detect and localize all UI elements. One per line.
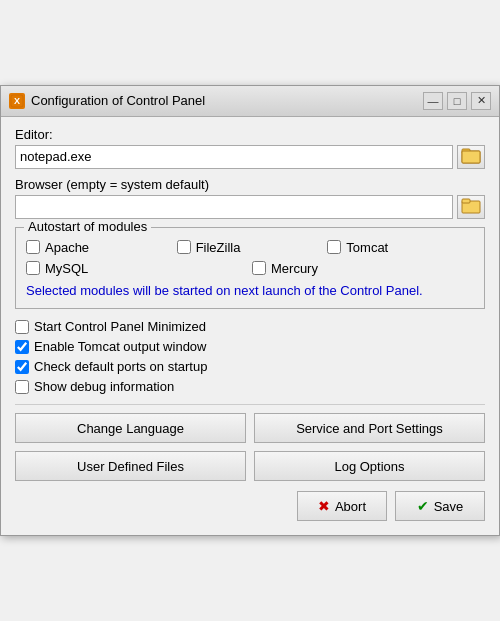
minimize-label[interactable]: Start Control Panel Minimized <box>15 319 485 334</box>
editor-row <box>15 145 485 169</box>
window-title: Configuration of Control Panel <box>31 93 205 108</box>
browser-browse-button[interactable] <box>457 195 485 219</box>
tomcat-label: Tomcat <box>346 240 388 255</box>
mysql-label: MySQL <box>45 261 88 276</box>
abort-label: Abort <box>335 499 366 514</box>
option-default-ports: Check default ports on startup <box>15 359 485 374</box>
action-buttons: Change Language Service and Port Setting… <box>15 413 485 481</box>
window-content: Editor: Browser (empty = system default) <box>1 117 499 535</box>
maximize-button[interactable]: □ <box>447 92 467 110</box>
option-tomcat-output: Enable Tomcat output window <box>15 339 485 354</box>
apache-label: Apache <box>45 240 89 255</box>
minimize-button[interactable]: — <box>423 92 443 110</box>
tomcat-checkbox[interactable] <box>327 240 341 254</box>
browser-row <box>15 195 485 219</box>
save-icon: ✔ <box>417 498 429 514</box>
save-button[interactable]: ✔ Save <box>395 491 485 521</box>
main-window: X Configuration of Control Panel — □ ✕ E… <box>0 85 500 536</box>
mercury-checkbox[interactable] <box>252 261 266 275</box>
editor-input[interactable] <box>15 145 453 169</box>
autostart-tomcat[interactable]: Tomcat <box>327 240 474 255</box>
user-defined-button[interactable]: User Defined Files <box>15 451 246 481</box>
mercury-label: Mercury <box>271 261 318 276</box>
browser-input[interactable] <box>15 195 453 219</box>
editor-browse-button[interactable] <box>457 145 485 169</box>
autostart-mysql[interactable]: MySQL <box>26 261 248 276</box>
divider <box>15 404 485 405</box>
filezilla-label: FileZilla <box>196 240 241 255</box>
title-bar: X Configuration of Control Panel — □ ✕ <box>1 86 499 117</box>
debug-text: Show debug information <box>34 379 174 394</box>
minimize-text: Start Control Panel Minimized <box>34 319 206 334</box>
autostart-filezilla[interactable]: FileZilla <box>177 240 324 255</box>
tomcat-output-label[interactable]: Enable Tomcat output window <box>15 339 485 354</box>
change-language-button[interactable]: Change Language <box>15 413 246 443</box>
autostart-modules-row2: MySQL Mercury <box>26 261 474 276</box>
abort-button[interactable]: ✖ Abort <box>297 491 387 521</box>
option-debug: Show debug information <box>15 379 485 394</box>
default-ports-label[interactable]: Check default ports on startup <box>15 359 485 374</box>
option-minimize: Start Control Panel Minimized <box>15 319 485 334</box>
svg-text:X: X <box>14 96 20 106</box>
autostart-info: Selected modules will be started on next… <box>26 282 474 300</box>
app-icon: X <box>9 93 25 109</box>
default-ports-text: Check default ports on startup <box>34 359 207 374</box>
autostart-apache[interactable]: Apache <box>26 240 173 255</box>
tomcat-output-text: Enable Tomcat output window <box>34 339 206 354</box>
autostart-legend: Autostart of modules <box>24 219 151 234</box>
folder-icon <box>461 146 481 167</box>
svg-rect-4 <box>462 151 480 163</box>
editor-label: Editor: <box>15 127 485 142</box>
options-section: Start Control Panel Minimized Enable Tom… <box>15 319 485 394</box>
abort-icon: ✖ <box>318 498 330 514</box>
tomcat-output-checkbox[interactable] <box>15 340 29 354</box>
default-ports-checkbox[interactable] <box>15 360 29 374</box>
autostart-mercury[interactable]: Mercury <box>252 261 474 276</box>
autostart-modules-row1: Apache FileZilla Tomcat <box>26 240 474 255</box>
filezilla-checkbox[interactable] <box>177 240 191 254</box>
mysql-checkbox[interactable] <box>26 261 40 275</box>
save-label: Save <box>434 499 464 514</box>
apache-checkbox[interactable] <box>26 240 40 254</box>
svg-rect-6 <box>462 199 470 203</box>
title-bar-left: X Configuration of Control Panel <box>9 93 205 109</box>
debug-checkbox[interactable] <box>15 380 29 394</box>
autostart-group: Autostart of modules Apache FileZilla To… <box>15 227 485 309</box>
service-port-button[interactable]: Service and Port Settings <box>254 413 485 443</box>
browser-label: Browser (empty = system default) <box>15 177 485 192</box>
folder-icon-2 <box>461 196 481 217</box>
bottom-buttons: ✖ Abort ✔ Save <box>15 491 485 525</box>
window-controls: — □ ✕ <box>423 92 491 110</box>
minimize-checkbox[interactable] <box>15 320 29 334</box>
log-options-button[interactable]: Log Options <box>254 451 485 481</box>
debug-label[interactable]: Show debug information <box>15 379 485 394</box>
close-button[interactable]: ✕ <box>471 92 491 110</box>
